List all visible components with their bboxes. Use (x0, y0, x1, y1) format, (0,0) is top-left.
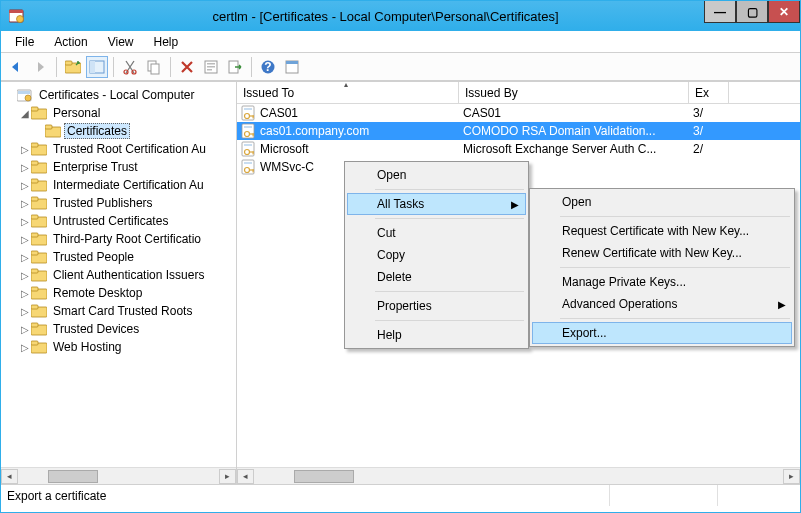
tree-node[interactable]: ▷Smart Card Trusted Roots (17, 302, 234, 320)
expand-icon[interactable]: ▷ (19, 342, 31, 353)
tree-label: Remote Desktop (50, 286, 145, 300)
expand-icon[interactable]: ▷ (19, 144, 31, 155)
cert-store-icon (17, 87, 33, 103)
menu-separator (375, 189, 524, 190)
refresh-button[interactable] (281, 56, 303, 78)
toolbar: ? (1, 53, 800, 81)
ctx-sub-open[interactable]: Open (532, 191, 792, 213)
menu-view[interactable]: View (98, 33, 144, 51)
list-row[interactable]: CAS01 CAS01 3/ (237, 104, 800, 122)
column-issued-by[interactable]: Issued By (459, 82, 689, 103)
svg-rect-25 (207, 63, 215, 65)
tree-label: Certificates (64, 123, 130, 139)
column-expiration[interactable]: Ex (689, 82, 729, 103)
cert-key-icon (241, 105, 257, 121)
expand-icon[interactable]: ▷ (19, 252, 31, 263)
column-label: Ex (695, 86, 709, 100)
tree-node[interactable]: ▷Intermediate Certification Au (17, 176, 234, 194)
back-button[interactable] (5, 56, 27, 78)
tree-node[interactable]: ▷Client Authentication Issuers (17, 266, 234, 284)
ctx-all-tasks[interactable]: All Tasks▶ (347, 193, 526, 215)
minimize-button[interactable]: — (704, 1, 736, 23)
expand-icon[interactable]: ▷ (19, 270, 31, 281)
folder-icon (31, 249, 47, 265)
folder-icon (31, 159, 47, 175)
window-title: certlm - [Certificates - Local Computer\… (31, 9, 800, 24)
toolbar-divider (170, 57, 171, 77)
context-submenu-all-tasks: Open Request Certificate with New Key...… (529, 188, 795, 347)
tree-node[interactable]: ▷Trusted People (17, 248, 234, 266)
ctx-sub-export[interactable]: Export... (532, 322, 792, 344)
tree-node[interactable]: ▷Web Hosting (17, 338, 234, 356)
folder-icon (31, 285, 47, 301)
ctx-delete[interactable]: Delete (347, 266, 526, 288)
tree-hscrollbar[interactable]: ◂ ▸ (1, 467, 236, 484)
forward-button[interactable] (29, 56, 51, 78)
tree-node[interactable]: ▷Untrusted Certificates (17, 212, 234, 230)
scroll-thumb[interactable] (294, 470, 354, 483)
expand-icon[interactable]: ▷ (19, 180, 31, 191)
tree-label: Untrusted Certificates (50, 214, 171, 228)
ctx-open[interactable]: Open (347, 164, 526, 186)
expand-icon[interactable]: ▷ (19, 198, 31, 209)
expand-icon[interactable]: ▷ (19, 324, 31, 335)
ctx-sub-manage-private-keys[interactable]: Manage Private Keys... (532, 271, 792, 293)
list-row-selected[interactable]: cas01.company.com COMODO RSA Domain Vali… (237, 122, 800, 140)
tree-node[interactable]: ▷Enterprise Trust (17, 158, 234, 176)
export-list-button[interactable] (224, 56, 246, 78)
tree-node[interactable]: ▷Trusted Devices (17, 320, 234, 338)
scroll-right-button[interactable]: ▸ (219, 469, 236, 484)
scroll-left-button[interactable]: ◂ (1, 469, 18, 484)
ctx-sub-request-new-key[interactable]: Request Certificate with New Key... (532, 220, 792, 242)
close-button[interactable]: ✕ (768, 1, 800, 23)
scroll-left-button[interactable]: ◂ (237, 469, 254, 484)
expand-icon[interactable]: ▷ (19, 288, 31, 299)
tree-root[interactable]: Certificates - Local Computer (3, 86, 234, 104)
menu-help[interactable]: Help (144, 33, 189, 51)
tree-node[interactable]: ▷Trusted Root Certification Au (17, 140, 234, 158)
tree-node[interactable]: ▷Third-Party Root Certificatio (17, 230, 234, 248)
expand-icon[interactable]: ▷ (19, 234, 31, 245)
list-header: Issued To▴ Issued By Ex (237, 82, 800, 104)
folder-icon (31, 303, 47, 319)
scroll-right-button[interactable]: ▸ (783, 469, 800, 484)
ctx-sub-renew-new-key[interactable]: Renew Certificate with New Key... (532, 242, 792, 264)
menu-separator (560, 216, 790, 217)
folder-icon (31, 213, 47, 229)
cut-button[interactable] (119, 56, 141, 78)
ctx-copy[interactable]: Copy (347, 244, 526, 266)
cell-expiration: 3/ (693, 124, 703, 138)
app-icon (9, 8, 25, 24)
tree-certificates[interactable]: Certificates (31, 122, 234, 140)
collapse-icon[interactable]: ◢ (19, 108, 31, 119)
ctx-cut[interactable]: Cut (347, 222, 526, 244)
scroll-track[interactable] (18, 469, 219, 484)
status-cell (726, 485, 786, 506)
menu-file[interactable]: File (5, 33, 44, 51)
column-issued-to[interactable]: Issued To▴ (237, 82, 459, 103)
ctx-help[interactable]: Help (347, 324, 526, 346)
scroll-thumb[interactable] (48, 470, 98, 483)
show-hide-tree-button[interactable] (86, 56, 108, 78)
tree-node[interactable]: ▷Remote Desktop (17, 284, 234, 302)
scroll-track[interactable] (254, 469, 783, 484)
up-button[interactable] (62, 56, 84, 78)
copy-button[interactable] (143, 56, 165, 78)
menu-action[interactable]: Action (44, 33, 97, 51)
help-button[interactable]: ? (257, 56, 279, 78)
status-text: Export a certificate (7, 485, 610, 506)
tree-label: Trusted People (50, 250, 137, 264)
properties-button[interactable] (200, 56, 222, 78)
list-row[interactable]: Microsoft Microsoft Exchange Server Auth… (237, 140, 800, 158)
list-hscrollbar[interactable]: ◂ ▸ (237, 467, 800, 484)
tree-personal[interactable]: ◢Personal (17, 104, 234, 122)
tree-node[interactable]: ▷Trusted Publishers (17, 194, 234, 212)
maximize-button[interactable]: ▢ (736, 1, 768, 23)
ctx-properties[interactable]: Properties (347, 295, 526, 317)
expand-icon[interactable]: ▷ (19, 306, 31, 317)
ctx-sub-advanced-operations[interactable]: Advanced Operations▶ (532, 293, 792, 315)
expand-icon[interactable]: ▷ (19, 216, 31, 227)
folder-icon (31, 339, 47, 355)
delete-button[interactable] (176, 56, 198, 78)
expand-icon[interactable]: ▷ (19, 162, 31, 173)
